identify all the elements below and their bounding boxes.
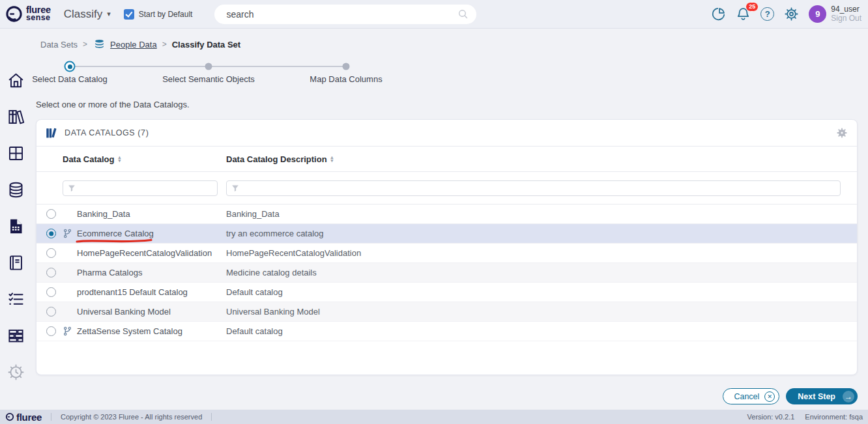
library-icon <box>7 108 25 126</box>
row-radio-button[interactable] <box>46 268 56 277</box>
app-menu-classify[interactable]: Classify ▾ <box>64 8 111 21</box>
notification-badge: 25 <box>745 2 759 12</box>
breadcrumb-people-data[interactable]: People Data <box>110 40 157 49</box>
table-row[interactable]: Pharma Catalogs Medicine catalog details <box>36 263 857 283</box>
book-icon <box>7 254 25 272</box>
action-buttons: Cancel ✕ Next Step → <box>36 388 858 404</box>
home-icon <box>7 72 25 89</box>
sidebar <box>0 29 31 390</box>
sidebar-item-home[interactable] <box>0 62 31 98</box>
notifications-bell-icon[interactable]: 25 <box>736 7 751 21</box>
username: 94_user <box>831 5 861 14</box>
table-row[interactable]: ZettaSense System Catalog Default catalo… <box>36 322 857 341</box>
catalog-description: Default catalog <box>226 287 841 297</box>
usage-pie-chart-icon[interactable] <box>711 7 726 21</box>
spreadsheet-icon <box>7 218 25 235</box>
next-step-button[interactable]: Next Step → <box>786 388 858 404</box>
row-radio-button[interactable] <box>46 287 56 297</box>
close-icon: ✕ <box>764 391 775 402</box>
panel-settings-gear-icon[interactable] <box>836 127 848 139</box>
catalog-name: Pharma Catalogs <box>77 268 226 277</box>
version-text: Version: v0.2.1 <box>747 413 795 421</box>
sidebar-item-database[interactable] <box>0 171 31 208</box>
chevron-down-icon: ▾ <box>107 10 111 18</box>
catalog-name: ZettaSense System Catalog <box>77 326 226 336</box>
breadcrumb: Data Sets > People Data > Classify Data … <box>36 29 858 51</box>
breadcrumb-separator: > <box>83 40 87 49</box>
flureesense-logo-icon <box>5 5 23 23</box>
grid-icon <box>7 145 25 162</box>
breadcrumb-current-page: Classify Data Set <box>172 40 241 49</box>
avatar: 9 <box>809 5 826 23</box>
environment-text: Environment: fsqa <box>805 413 863 421</box>
flureesense-logo[interactable]: fluree sense <box>5 5 51 23</box>
row-radio-button[interactable] <box>46 209 56 219</box>
catalog-description: Default catalog <box>226 326 841 336</box>
sidebar-item-spreadsheet[interactable] <box>0 208 31 244</box>
instruction-text: Select one or more of the Data Catalogs. <box>36 100 858 109</box>
cancel-button[interactable]: Cancel ✕ <box>723 388 779 404</box>
user-menu[interactable]: 9 94_user Sign Out <box>809 5 861 23</box>
table-row[interactable]: Banking_Data Banking_Data <box>36 205 857 224</box>
sort-icon: ▴▾ <box>118 156 121 162</box>
stepper-dot-1[interactable] <box>65 61 76 72</box>
panel-title: DATA CATALOGS (7) <box>65 128 149 137</box>
catalog-name: prodtenant15 Default Catalog <box>77 287 226 297</box>
main-content: Data Sets > People Data > Classify Data … <box>36 29 858 404</box>
checklist-icon <box>7 290 25 308</box>
row-radio-button[interactable] <box>46 229 56 238</box>
footer-logo: fluree <box>5 412 42 423</box>
sidebar-item-grid[interactable] <box>0 135 31 171</box>
settings-gear-icon[interactable] <box>784 7 799 21</box>
catalog-name: HomePageRecentCatalogValidation <box>77 248 226 258</box>
table-header-row: Data Catalog ▴▾ Data Catalog Description… <box>36 147 857 172</box>
sidebar-item-settings-clock[interactable] <box>0 354 31 390</box>
catalog-description: Banking_Data <box>226 209 841 219</box>
sidebar-item-checklist[interactable] <box>0 281 31 317</box>
sidebar-item-bricks[interactable] <box>0 317 31 354</box>
database-icon <box>7 181 25 199</box>
stepper-dot-3[interactable] <box>343 63 350 70</box>
catalog-name: Ecommerce Catalog <box>77 229 226 238</box>
table-row[interactable]: prodtenant15 Default Catalog Default cat… <box>36 283 857 302</box>
start-by-default-checkbox[interactable] <box>124 9 134 20</box>
git-branch-icon <box>63 326 72 336</box>
breadcrumb-data-sets[interactable]: Data Sets <box>40 40 78 49</box>
sidebar-item-library[interactable] <box>0 98 31 135</box>
filter-data-catalog-input[interactable] <box>80 184 212 193</box>
catalog-description: try an ecommerce catalog <box>226 229 841 238</box>
table-body: Banking_Data Banking_Data Ecommerce Cata… <box>36 205 857 341</box>
table-row[interactable]: HomePageRecentCatalogValidation HomePage… <box>36 244 857 263</box>
filter-description <box>226 180 841 196</box>
arrow-right-icon: → <box>843 391 854 403</box>
sidebar-item-book[interactable] <box>0 244 31 281</box>
copyright-text: Copyright © 2023 Fluree - All rights res… <box>61 413 202 421</box>
row-radio-button[interactable] <box>46 326 56 336</box>
start-by-default-group: Start by Default <box>124 9 193 20</box>
row-radio-button[interactable] <box>46 248 56 258</box>
logo-text: fluree sense <box>26 7 51 21</box>
stepper-dot-2[interactable] <box>205 63 212 70</box>
column-header-data-catalog[interactable]: Data Catalog ▴▾ <box>63 154 226 164</box>
row-radio-button[interactable] <box>46 307 56 317</box>
search-bar <box>214 5 476 24</box>
footer-divider <box>51 413 51 421</box>
catalog-name: Universal Banking Model <box>77 307 226 317</box>
help-icon[interactable]: ? <box>760 7 774 21</box>
catalog-description: HomePageRecentCatalogValidation <box>226 248 841 258</box>
stepper-label-3: Map Data Columns <box>310 74 382 84</box>
panel-header: DATA CATALOGS (7) <box>36 120 857 147</box>
fluree-logo-icon <box>5 412 14 421</box>
footer-divider <box>211 413 212 421</box>
search-input[interactable] <box>226 9 457 20</box>
signout-link[interactable]: Sign Out <box>831 14 861 23</box>
table-filter-row <box>36 172 857 205</box>
table-row[interactable]: Universal Banking Model Universal Bankin… <box>36 302 857 322</box>
table-row[interactable]: Ecommerce Catalog try an ecommerce catal… <box>36 224 857 244</box>
breadcrumb-separator: > <box>162 40 167 49</box>
stepper: Select Data CatalogSelect Semantic Objec… <box>36 57 858 89</box>
column-header-description[interactable]: Data Catalog Description ▴▾ <box>226 154 841 164</box>
filter-description-input[interactable] <box>243 184 835 193</box>
stepper-label-1: Select Data Catalog <box>32 74 108 84</box>
sort-icon: ▴▾ <box>331 156 334 162</box>
